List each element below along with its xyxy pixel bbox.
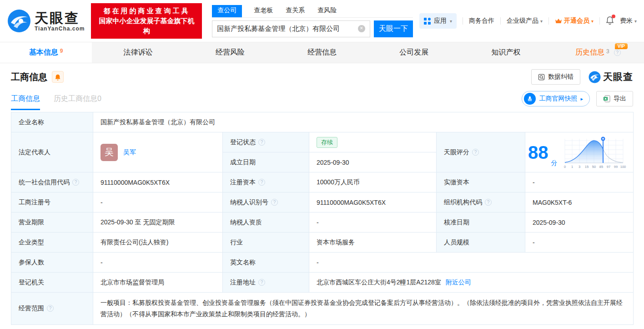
help-icon[interactable]: ? — [258, 279, 265, 286]
chart-tick: 1 — [571, 165, 573, 169]
field-value-business-term: 2025-09-30 至 无固定期限 — [93, 213, 223, 233]
official-snapshot-label: 工商官网快照 — [539, 95, 577, 103]
watermark-logo: 天眼查 — [589, 71, 633, 83]
search-tab-relation[interactable]: 查关系 — [285, 5, 306, 17]
nav-enterprise-products[interactable]: 企业级产品 ▾ — [507, 17, 543, 25]
table-row: 参保人数 - 英文名称 - — [11, 253, 634, 273]
data-correction-button[interactable]: 数据纠错 — [531, 69, 580, 85]
field-value-company-name: 国新产投私募基金管理（北京）有限公司 — [93, 112, 634, 132]
field-label-text: 登记状态 — [230, 138, 256, 146]
field-value-industry: 资本市场服务 — [309, 233, 437, 253]
field-value-reg-status: 存续 — [309, 132, 437, 152]
field-label-establish-date: 成立日期 — [223, 152, 309, 172]
promo-banner: 都在用的商业查询工具 国家中小企业发展子基金旗下机构 — [91, 3, 202, 39]
tab-count: 9 — [60, 48, 63, 54]
section-header: 工商信息 数据纠错 — [0, 63, 644, 87]
search-area: 查公司 查老板 查关系 查风险 × 天眼一下 — [212, 5, 413, 37]
field-value-credit-code: 91110000MAG0K5XT6X — [93, 172, 223, 192]
search-tab-company[interactable]: 查公司 — [212, 5, 242, 17]
promo-line1: 都在用的商业查询工具 — [96, 6, 196, 16]
field-value-reg-number: - — [93, 192, 223, 213]
tab-label: 知识产权 — [492, 48, 521, 57]
tab-label: 经营信息 — [307, 48, 337, 57]
help-icon[interactable]: ? — [258, 179, 265, 186]
field-value-staff-size: - — [525, 233, 634, 253]
help-icon[interactable]: ? — [47, 305, 54, 312]
field-label-english-name: 英文名称 — [223, 253, 309, 273]
search-button[interactable]: 天眼一下 — [374, 20, 413, 37]
tab-label: 基本信息 — [29, 48, 58, 57]
vip-label: 开通会员 — [564, 17, 589, 25]
field-value-legal-rep: 吴 吴军 — [93, 132, 223, 172]
official-snapshot-button[interactable]: 工商官网快照 ▸ — [522, 91, 590, 106]
divider — [500, 17, 501, 25]
search-input[interactable] — [217, 25, 358, 33]
help-icon[interactable]: ? — [72, 179, 79, 186]
tab-operating-risk[interactable]: 经营风险 — [184, 42, 276, 63]
table-row: 工商注册号 - 纳税人识别号? 91110000MAG0K5XT6X 组织机构代… — [11, 192, 634, 213]
field-label-taxpayer-quality: 纳税人资质 — [223, 213, 309, 233]
help-icon[interactable]: ? — [614, 49, 621, 56]
search-tab-boss[interactable]: 查老板 — [253, 5, 274, 17]
arrow-right-icon: ▸ — [580, 96, 583, 102]
search-tab-risk[interactable]: 查风险 — [317, 5, 337, 17]
tab-history-info[interactable]: VIP 历史信息 3 ? — [552, 42, 644, 63]
tab-label: 法律诉讼 — [123, 48, 152, 57]
chevron-down-icon: ▾ — [591, 19, 594, 24]
username: 费米 — [620, 17, 633, 25]
monitor-bell-button[interactable] — [52, 71, 64, 83]
subtab-history-business-info[interactable]: 历史工商信息0 — [54, 94, 101, 110]
field-value-paid-capital: - — [525, 172, 634, 192]
chart-tick: 3 — [578, 165, 580, 169]
nav-business-cooperation[interactable]: 商务合作 — [469, 17, 494, 25]
help-icon[interactable]: ? — [485, 199, 492, 206]
notifications-bell[interactable] — [606, 16, 614, 26]
field-label-industry: 行业 — [223, 233, 309, 253]
apps-label: 应用 — [434, 17, 447, 25]
tab-company-development[interactable]: 公司发展 — [368, 42, 460, 63]
crown-icon — [555, 18, 562, 24]
help-icon[interactable]: ? — [271, 199, 278, 206]
legal-rep-avatar[interactable]: 吴 — [101, 144, 118, 161]
nearby-companies-link[interactable]: 附近公司 — [446, 278, 471, 286]
legal-rep-link[interactable]: 吴军 — [123, 148, 136, 157]
help-icon[interactable]: ? — [258, 139, 265, 146]
tab-label: 历史信息 — [575, 48, 604, 57]
tab-basic-info[interactable]: 基本信息 9 — [0, 42, 92, 63]
section-title: 工商信息 — [11, 71, 47, 83]
field-label-score: 天眼评分? — [437, 132, 525, 172]
table-row: 企业名称 国新产投私募基金管理（北京）有限公司 — [11, 112, 634, 132]
field-label-credit-code: 统一社会信用代码? — [11, 172, 93, 192]
field-label-reg-number: 工商注册号 — [11, 192, 93, 213]
tab-label: 经营风险 — [216, 48, 245, 57]
clear-search-icon[interactable]: × — [358, 25, 365, 32]
promo-line2: 国家中小企业发展子基金旗下机构 — [96, 16, 196, 36]
tianyancha-logo[interactable]: 天眼查 TianYanCha.com — [7, 9, 85, 33]
field-value-org-code: MAG0K5XT-6 — [525, 192, 634, 213]
tab-operating-info[interactable]: 经营信息 — [276, 42, 368, 63]
field-label-insured-count: 参保人数 — [11, 253, 93, 273]
export-button[interactable]: 导出 — [596, 91, 633, 106]
chart-tick: 97 — [606, 165, 610, 169]
user-menu[interactable]: 费米 ▾ — [620, 17, 637, 25]
field-label-text: 注册资本 — [230, 178, 256, 186]
field-label-text: 纳税人识别号 — [230, 198, 268, 206]
apps-menu[interactable]: 应用 ▾ — [419, 13, 457, 29]
excel-icon — [603, 95, 610, 102]
tab-intellectual-property[interactable]: 知识产权 — [460, 42, 552, 63]
field-value-reg-address: 北京市西城区车公庄大街4号2幢1层A2128室附近公司 — [309, 273, 634, 293]
address-text: 北京市西城区车公庄大街4号2幢1层A2128室 — [317, 278, 441, 286]
field-value-taxpayer-id: 91110000MAG0K5XT6X — [309, 192, 437, 213]
subtab-business-info[interactable]: 工商信息 — [11, 94, 40, 110]
tab-legal-proceedings[interactable]: 法律诉讼 — [92, 42, 184, 63]
divider — [463, 17, 463, 25]
table-row: 营业期限 2025-09-30 至 无固定期限 纳税人资质 - 核准日期 202… — [11, 213, 634, 233]
help-icon[interactable]: ? — [472, 149, 479, 156]
enterprise-label: 企业级产品 — [507, 17, 538, 25]
field-label-text: 组织机构代码 — [444, 198, 482, 206]
nav-open-vip[interactable]: 开通会员 ▾ — [555, 17, 594, 25]
field-label-org-code: 组织机构代码? — [437, 192, 525, 213]
field-label-text: 统一社会信用代码 — [19, 178, 70, 186]
field-label-reg-authority: 登记机关 — [11, 273, 93, 293]
top-nav: 应用 ▾ 商务合作 企业级产品 ▾ 开通会员 ▾ — [419, 13, 637, 29]
